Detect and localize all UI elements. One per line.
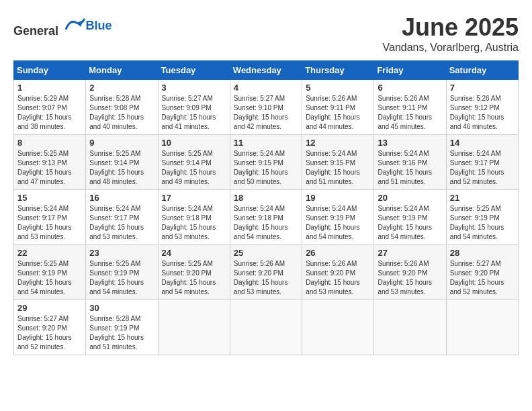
table-row: 27Sunrise: 5:26 AM Sunset: 9:20 PM Dayli…	[374, 245, 446, 300]
day-number: 24	[162, 248, 226, 258]
day-number: 20	[378, 193, 442, 203]
table-row: 19Sunrise: 5:24 AM Sunset: 9:19 PM Dayli…	[302, 190, 374, 245]
table-row: 15Sunrise: 5:24 AM Sunset: 9:17 PM Dayli…	[14, 190, 86, 245]
logo-blue: Blue	[86, 19, 112, 33]
day-number: 17	[162, 193, 226, 203]
table-row: 18Sunrise: 5:24 AM Sunset: 9:18 PM Dayli…	[230, 190, 302, 245]
table-row: 12Sunrise: 5:24 AM Sunset: 9:15 PM Dayli…	[302, 135, 374, 190]
calendar-week-1: 1Sunrise: 5:29 AM Sunset: 9:07 PM Daylig…	[14, 80, 519, 135]
cell-text: Sunrise: 5:28 AM Sunset: 9:08 PM Dayligh…	[89, 94, 154, 132]
cell-text: Sunrise: 5:25 AM Sunset: 9:13 PM Dayligh…	[17, 149, 82, 187]
table-row	[230, 300, 302, 355]
day-number: 14	[450, 138, 515, 148]
day-number: 6	[378, 83, 442, 93]
day-number: 23	[89, 248, 154, 258]
day-number: 8	[17, 138, 82, 148]
day-number: 15	[17, 193, 82, 203]
table-row: 28Sunrise: 5:27 AM Sunset: 9:20 PM Dayli…	[446, 245, 518, 300]
weekday-header-saturday: Saturday	[446, 61, 518, 80]
table-row: 10Sunrise: 5:25 AM Sunset: 9:14 PM Dayli…	[158, 135, 230, 190]
cell-text: Sunrise: 5:26 AM Sunset: 9:12 PM Dayligh…	[450, 94, 515, 132]
cell-text: Sunrise: 5:24 AM Sunset: 9:15 PM Dayligh…	[234, 149, 298, 187]
logo-icon	[64, 13, 86, 35]
cell-text: Sunrise: 5:26 AM Sunset: 9:20 PM Dayligh…	[306, 259, 370, 297]
day-number: 4	[234, 83, 298, 93]
table-row	[374, 300, 446, 355]
title-area: June 2025 Vandans, Vorarlberg, Austria	[383, 13, 519, 54]
day-number: 21	[450, 193, 515, 203]
cell-text: Sunrise: 5:28 AM Sunset: 9:19 PM Dayligh…	[89, 314, 154, 352]
table-row: 23Sunrise: 5:25 AM Sunset: 9:19 PM Dayli…	[86, 245, 158, 300]
cell-text: Sunrise: 5:26 AM Sunset: 9:20 PM Dayligh…	[378, 259, 442, 297]
day-number: 30	[89, 303, 154, 313]
weekday-header-tuesday: Tuesday	[158, 61, 230, 80]
logo-general: General	[13, 24, 58, 38]
cell-text: Sunrise: 5:24 AM Sunset: 9:19 PM Dayligh…	[306, 204, 370, 242]
month-title: June 2025	[383, 13, 519, 42]
table-row: 3Sunrise: 5:27 AM Sunset: 9:09 PM Daylig…	[158, 80, 230, 135]
table-row: 5Sunrise: 5:26 AM Sunset: 9:11 PM Daylig…	[302, 80, 374, 135]
calendar-week-5: 29Sunrise: 5:27 AM Sunset: 9:20 PM Dayli…	[14, 300, 519, 355]
table-row	[302, 300, 374, 355]
table-row: 20Sunrise: 5:24 AM Sunset: 9:19 PM Dayli…	[374, 190, 446, 245]
table-row: 7Sunrise: 5:26 AM Sunset: 9:12 PM Daylig…	[446, 80, 518, 135]
cell-text: Sunrise: 5:25 AM Sunset: 9:20 PM Dayligh…	[162, 259, 226, 297]
day-number: 27	[378, 248, 442, 258]
weekday-header-friday: Friday	[374, 61, 446, 80]
day-number: 13	[378, 138, 442, 148]
cell-text: Sunrise: 5:26 AM Sunset: 9:11 PM Dayligh…	[378, 94, 442, 132]
table-row: 25Sunrise: 5:26 AM Sunset: 9:20 PM Dayli…	[230, 245, 302, 300]
cell-text: Sunrise: 5:25 AM Sunset: 9:19 PM Dayligh…	[89, 259, 154, 297]
day-number: 25	[234, 248, 298, 258]
cell-text: Sunrise: 5:29 AM Sunset: 9:07 PM Dayligh…	[17, 94, 82, 132]
table-row: 6Sunrise: 5:26 AM Sunset: 9:11 PM Daylig…	[374, 80, 446, 135]
cell-text: Sunrise: 5:25 AM Sunset: 9:19 PM Dayligh…	[17, 259, 82, 297]
day-number: 22	[17, 248, 82, 258]
calendar-week-4: 22Sunrise: 5:25 AM Sunset: 9:19 PM Dayli…	[14, 245, 519, 300]
weekday-header-wednesday: Wednesday	[230, 61, 302, 80]
table-row: 22Sunrise: 5:25 AM Sunset: 9:19 PM Dayli…	[14, 245, 86, 300]
table-row: 16Sunrise: 5:24 AM Sunset: 9:17 PM Dayli…	[86, 190, 158, 245]
cell-text: Sunrise: 5:24 AM Sunset: 9:16 PM Dayligh…	[378, 149, 442, 187]
table-row: 21Sunrise: 5:25 AM Sunset: 9:19 PM Dayli…	[446, 190, 518, 245]
weekday-header-monday: Monday	[86, 61, 158, 80]
cell-text: Sunrise: 5:24 AM Sunset: 9:18 PM Dayligh…	[162, 204, 226, 242]
table-row: 29Sunrise: 5:27 AM Sunset: 9:20 PM Dayli…	[14, 300, 86, 355]
cell-text: Sunrise: 5:24 AM Sunset: 9:17 PM Dayligh…	[17, 204, 82, 242]
weekday-header-thursday: Thursday	[302, 61, 374, 80]
day-number: 7	[450, 83, 515, 93]
table-row: 1Sunrise: 5:29 AM Sunset: 9:07 PM Daylig…	[14, 80, 86, 135]
cell-text: Sunrise: 5:26 AM Sunset: 9:20 PM Dayligh…	[234, 259, 298, 297]
day-number: 28	[450, 248, 515, 258]
cell-text: Sunrise: 5:25 AM Sunset: 9:14 PM Dayligh…	[162, 149, 226, 187]
cell-text: Sunrise: 5:24 AM Sunset: 9:15 PM Dayligh…	[306, 149, 370, 187]
day-number: 12	[306, 138, 370, 148]
day-number: 11	[234, 138, 298, 148]
cell-text: Sunrise: 5:25 AM Sunset: 9:14 PM Dayligh…	[89, 149, 154, 187]
cell-text: Sunrise: 5:27 AM Sunset: 9:20 PM Dayligh…	[450, 259, 515, 297]
calendar: SundayMondayTuesdayWednesdayThursdayFrid…	[13, 60, 519, 355]
day-number: 26	[306, 248, 370, 258]
cell-text: Sunrise: 5:27 AM Sunset: 9:20 PM Dayligh…	[17, 314, 82, 352]
cell-text: Sunrise: 5:26 AM Sunset: 9:11 PM Dayligh…	[306, 94, 370, 132]
day-number: 1	[17, 83, 82, 93]
table-row: 14Sunrise: 5:24 AM Sunset: 9:17 PM Dayli…	[446, 135, 518, 190]
table-row	[446, 300, 518, 355]
day-number: 5	[306, 83, 370, 93]
day-number: 2	[89, 83, 154, 93]
table-row: 26Sunrise: 5:26 AM Sunset: 9:20 PM Dayli…	[302, 245, 374, 300]
day-number: 10	[162, 138, 226, 148]
day-number: 9	[89, 138, 154, 148]
table-row	[158, 300, 230, 355]
day-number: 16	[89, 193, 154, 203]
table-row: 4Sunrise: 5:27 AM Sunset: 9:10 PM Daylig…	[230, 80, 302, 135]
table-row: 17Sunrise: 5:24 AM Sunset: 9:18 PM Dayli…	[158, 190, 230, 245]
logo: General Blue	[13, 13, 112, 38]
calendar-body: 1Sunrise: 5:29 AM Sunset: 9:07 PM Daylig…	[14, 80, 519, 355]
day-number: 18	[234, 193, 298, 203]
cell-text: Sunrise: 5:25 AM Sunset: 9:19 PM Dayligh…	[450, 204, 515, 242]
weekday-header-sunday: Sunday	[14, 61, 86, 80]
table-row: 11Sunrise: 5:24 AM Sunset: 9:15 PM Dayli…	[230, 135, 302, 190]
cell-text: Sunrise: 5:24 AM Sunset: 9:19 PM Dayligh…	[378, 204, 442, 242]
header: General Blue June 2025 Vandans, Vorarlbe…	[13, 13, 519, 54]
